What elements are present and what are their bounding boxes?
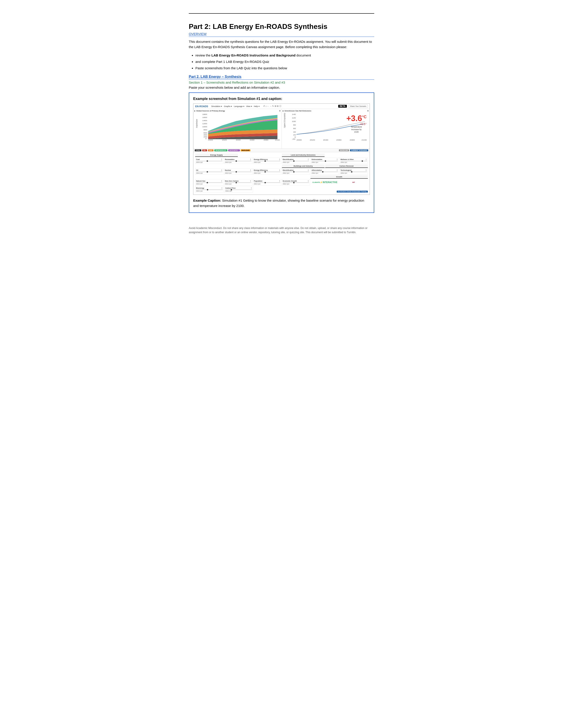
svg-text:800: 800: [203, 129, 207, 131]
toolbar-icons: ↺ ⌂ ← → ↻ ⊞ ⊞ ⓘ: [263, 105, 281, 108]
control-population: Population⋮ status quo: [253, 179, 281, 186]
part2-link[interactable]: Part 2. LAB Energy – Synthesis: [189, 75, 374, 80]
control-deforestation: Deforestation⋮ status quo: [311, 158, 339, 164]
section-land-industry: Land and Industry Emissions: [282, 154, 325, 157]
chart2-icon: ⊙: [367, 110, 369, 112]
svg-text:2060: 2060: [250, 139, 254, 141]
section-carbon-removal: Carbon Removal: [325, 165, 368, 168]
chart-ghg-area: 140 120 100 80 60 40 20 0 -20 Gigatons C…: [283, 112, 369, 141]
chart-energy-title: ▶ Global Sources of Primary Energy ⊙: [194, 110, 280, 112]
share-scenario-button[interactable]: Share Your Scenario: [349, 105, 368, 108]
control-afforestation: Afforestation⋮ status quo: [311, 168, 339, 175]
svg-text:2060: 2060: [336, 139, 341, 141]
menu-graphs[interactable]: Graphs ▾: [224, 105, 232, 107]
section-energy-supply: Energy Supply: [195, 154, 238, 157]
control-technological: Technological⋮ status quo: [340, 168, 368, 175]
svg-text:2020: 2020: [310, 139, 315, 141]
control-electrification-2: Electrification⋮ status quo: [282, 168, 310, 175]
example-caption: Example Caption: Simulation #1 Getting t…: [193, 198, 370, 208]
section-empty3: [195, 175, 310, 179]
svg-text:0: 0: [295, 136, 296, 138]
svg-text:1000: 1000: [202, 126, 207, 128]
control-carbon-price: Carbon Price⋮ status quo: [224, 186, 253, 193]
svg-text:200: 200: [203, 136, 207, 138]
chart-energy-area: 1800 1600 1400 1200 1000 800 600 400 200…: [194, 112, 280, 141]
svg-text:2020: 2020: [222, 139, 227, 141]
svg-text:140: 140: [292, 114, 296, 115]
sim-controls: Energy Supply Land and Industry Emission…: [193, 152, 370, 195]
mit-logo: MIT: [340, 179, 368, 186]
menu-simulation[interactable]: Simulation ▾: [211, 105, 222, 107]
svg-text:1800: 1800: [202, 113, 207, 115]
control-natural-gas: Natural Gas⋮ status quo: [195, 179, 223, 186]
climate-interactive-logo: CLIMATE⚡INTERACTIVE: [311, 179, 339, 186]
top-border: [189, 13, 374, 14]
svg-text:2080: 2080: [350, 139, 355, 141]
svg-text:1600: 1600: [202, 116, 207, 118]
temp-value: +3.6°C: [347, 114, 367, 122]
bullet-item-1: review the LAB Energy En-ROADS Instructi…: [195, 53, 374, 58]
footer-badge-container: En-ROADS Climate Ambassador Training: [254, 186, 368, 193]
svg-text:Gigatons CO2 equivalent/yr: Gigatons CO2 equivalent/yr: [284, 113, 286, 128]
bullet-item-3: Paste screenshots from the LAB Quiz into…: [195, 66, 374, 71]
svg-text:2100: 2100: [362, 139, 367, 141]
temp-sub: +6.5°: [347, 122, 367, 126]
caption-bold: Example Caption:: [193, 199, 221, 202]
beta-badge: BETA: [338, 105, 347, 108]
control-electrification-1: Electrification⋮ status quo: [282, 158, 310, 164]
example-box: Example screenshot from Simulation #1 an…: [189, 92, 374, 213]
control-bioenergy: Bioenergy⋮ status quo: [195, 186, 224, 193]
overview-link[interactable]: OVERVIEW: [189, 32, 374, 37]
legend-oil: OIL: [202, 149, 207, 151]
sim-logo: EN-ROADS: [195, 105, 208, 108]
control-methane: Methane & Other⋮ status quo: [340, 158, 368, 164]
menu-help[interactable]: Help ▾: [254, 105, 259, 107]
svg-text:120: 120: [292, 117, 296, 119]
svg-text:-20: -20: [292, 138, 295, 140]
legend-gas: GAS: [208, 149, 213, 151]
svg-text:2040: 2040: [323, 139, 328, 141]
control-new-zero-carbon: New Zero Carbon⋮ status quo: [224, 179, 252, 186]
temperature-display: +3.6°C +6.5° TemperatureIncrease by2100: [347, 114, 367, 133]
svg-text:400: 400: [203, 134, 207, 136]
menu-view[interactable]: View ▾: [246, 105, 252, 107]
svg-text:600: 600: [203, 132, 207, 134]
sim-menu-items: Simulation ▾ Graphs ▾ Language ▾ View ▾ …: [211, 105, 259, 107]
page-title: Part 2: LAB Energy En-ROADS Synthesis: [189, 23, 374, 31]
section1-title: Section 1 – Screenshots and Reflections …: [189, 81, 374, 84]
control-energy-eff-1: Energy Efficiency⋮ status quo: [253, 158, 281, 164]
svg-text:60: 60: [293, 128, 296, 129]
svg-text:100: 100: [292, 121, 296, 122]
svg-text:1400: 1400: [202, 120, 207, 121]
svg-text:2040: 2040: [236, 139, 241, 141]
legend-bioenergy: BIOENERGY: [228, 149, 240, 151]
section-spacer1: [238, 154, 281, 157]
legend-coal: COAL: [195, 149, 201, 151]
chart-ghg: ▶ Greenhouse Gas Net Emissions ⊙ 140 120…: [282, 109, 370, 148]
sim-legend-row: COAL OIL GAS RENEWABLES BIOENERGY NUCLEA…: [193, 149, 370, 152]
svg-text:0: 0: [205, 138, 207, 139]
svg-text:80: 80: [293, 124, 296, 126]
control-coal: Coal⋮ status quo: [195, 158, 223, 164]
sim-toolbar: EN-ROADS Simulation ▾ Graphs ▾ Language …: [193, 104, 370, 109]
energy-chart-svg: 1800 1600 1400 1200 1000 800 600 400 200…: [194, 112, 280, 141]
chart1-icon: ⊙: [279, 110, 280, 112]
section-spacer2: [325, 154, 368, 157]
svg-text:20: 20: [293, 134, 296, 136]
svg-text:Exajoules/year: Exajoules/year: [195, 119, 198, 128]
section-empty2: [238, 165, 281, 168]
menu-language[interactable]: Language ▾: [234, 105, 244, 107]
control-economic-growth: Economic Growth⋮ status quo: [282, 179, 310, 186]
chart-energy: ▶ Global Sources of Primary Energy ⊙ 180…: [193, 109, 282, 148]
simulator-screenshot: EN-ROADS Simulation ▾ Graphs ▾ Language …: [193, 103, 370, 195]
footer-badge: En-ROADS Climate Ambassador Training: [337, 191, 368, 193]
section-growth: Growth: [311, 175, 368, 179]
svg-text:2000: 2000: [297, 139, 302, 141]
section-buildings: Buildings and Industry: [282, 165, 325, 168]
sim-toolbar-right: BETA Share Your Scenario: [338, 105, 368, 108]
control-energy-eff-2: Energy Efficiency⋮ status quo: [253, 168, 281, 175]
legend-renewables: RENEWABLES: [214, 149, 227, 151]
control-renewables: Renewables⋮ status quo: [224, 158, 252, 164]
legend-baseline: BASELINE: [339, 149, 349, 151]
svg-text:2080: 2080: [263, 139, 268, 141]
